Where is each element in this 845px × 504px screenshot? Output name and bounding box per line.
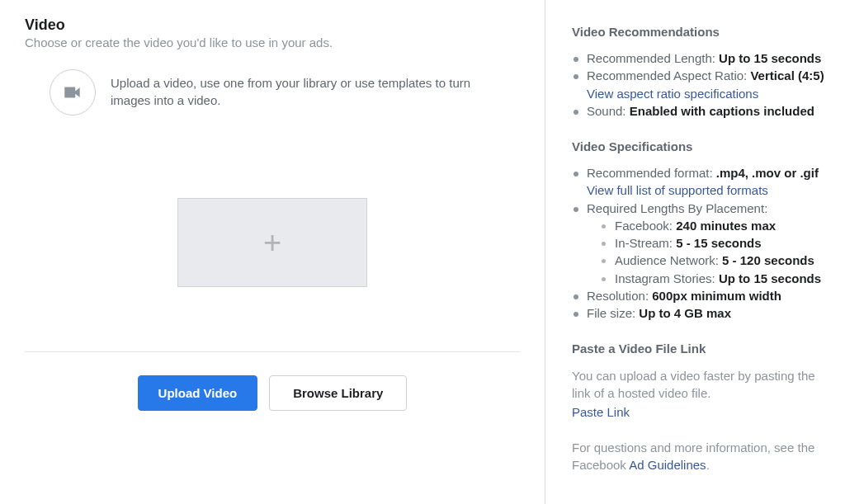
- fb-label: Facebook:: [615, 219, 676, 233]
- section-title: Video: [25, 16, 520, 34]
- list-item: Audience Network: 5 - 120 seconds: [600, 252, 827, 269]
- resolution-label: Resolution:: [587, 289, 652, 303]
- recommendations-list-2: Sound: Enabled with captions included: [572, 103, 827, 120]
- ig-label: Instagram Stories:: [615, 271, 719, 285]
- footer-period: .: [706, 458, 710, 472]
- audience-label: Audience Network:: [615, 253, 722, 267]
- ig-value: Up to 15 seconds: [719, 271, 821, 285]
- video-upload-panel: Video Choose or create the video you'd l…: [0, 0, 545, 504]
- upload-description-row: Upload a video, use one from your librar…: [25, 69, 520, 115]
- list-item: File size: Up to 4 GB max: [572, 305, 827, 322]
- rec-ratio-label: Recommended Aspect Ratio:: [587, 68, 750, 82]
- aspect-ratio-link[interactable]: View aspect ratio specifications: [587, 87, 758, 101]
- plus-icon: +: [263, 227, 281, 258]
- list-item: Recommended Length: Up to 15 seconds: [572, 50, 827, 67]
- instream-label: In-Stream:: [615, 236, 676, 250]
- list-item: Sound: Enabled with captions included: [572, 103, 827, 120]
- list-item: Required Lengths By Placement: Facebook:…: [572, 200, 827, 287]
- specifications-list-2: Required Lengths By Placement: Facebook:…: [572, 200, 827, 323]
- format-label: Recommended format:: [587, 166, 716, 180]
- recommendations-list: Recommended Length: Up to 15 seconds Rec…: [572, 50, 827, 85]
- divider: [25, 351, 520, 352]
- specifications-list: Recommended format: .mp4, .mov or .gif: [572, 165, 827, 181]
- footer-note: For questions and more information, see …: [572, 439, 827, 473]
- placement-lengths-list: Facebook: 240 minutes max In-Stream: 5 -…: [587, 218, 827, 287]
- upload-video-button[interactable]: Upload Video: [138, 375, 258, 411]
- sound-value: Enabled with captions included: [630, 104, 814, 118]
- recommendations-heading: Video Recommendations: [572, 25, 827, 39]
- list-item: Facebook: 240 minutes max: [600, 218, 827, 234]
- rec-length-label: Recommended Length:: [587, 51, 719, 65]
- paste-link-heading: Paste a Video File Link: [572, 341, 827, 356]
- section-subtitle: Choose or create the video you'd like to…: [25, 35, 520, 49]
- paste-description: You can upload a video faster by pasting…: [572, 367, 827, 402]
- rec-length-value: Up to 15 seconds: [719, 51, 821, 65]
- sound-label: Sound:: [587, 104, 630, 118]
- ad-guidelines-link[interactable]: Ad Guidelines: [629, 458, 706, 472]
- lengths-label: Required Lengths By Placement:: [587, 201, 767, 215]
- button-row: Upload Video Browse Library: [25, 375, 520, 411]
- format-value: .mp4, .mov or .gif: [716, 166, 819, 180]
- instream-value: 5 - 15 seconds: [676, 236, 761, 250]
- video-dropzone[interactable]: +: [177, 198, 367, 287]
- filesize-value: Up to 4 GB max: [639, 306, 731, 320]
- list-item: Recommended format: .mp4, .mov or .gif: [572, 165, 827, 181]
- filesize-label: File size:: [587, 306, 639, 320]
- video-icon: [50, 69, 96, 115]
- rec-ratio-value: Vertical (4:5): [750, 68, 824, 82]
- upload-description: Upload a video, use one from your librar…: [111, 69, 490, 109]
- resolution-value: 600px minimum width: [652, 289, 781, 303]
- formats-link[interactable]: View full list of supported formats: [587, 183, 768, 197]
- specifications-heading: Video Specifications: [572, 139, 827, 153]
- list-item: Instagram Stories: Up to 15 seconds: [600, 271, 827, 287]
- paste-link[interactable]: Paste Link: [572, 405, 630, 419]
- list-item: Resolution: 600px minimum width: [572, 288, 827, 304]
- video-info-panel: Video Recommendations Recommended Length…: [545, 0, 845, 504]
- list-item: In-Stream: 5 - 15 seconds: [600, 235, 827, 252]
- fb-value: 240 minutes max: [676, 219, 776, 233]
- browse-library-button[interactable]: Browse Library: [269, 375, 407, 411]
- audience-value: 5 - 120 seconds: [722, 253, 814, 267]
- list-item: Recommended Aspect Ratio: Vertical (4:5): [572, 68, 827, 84]
